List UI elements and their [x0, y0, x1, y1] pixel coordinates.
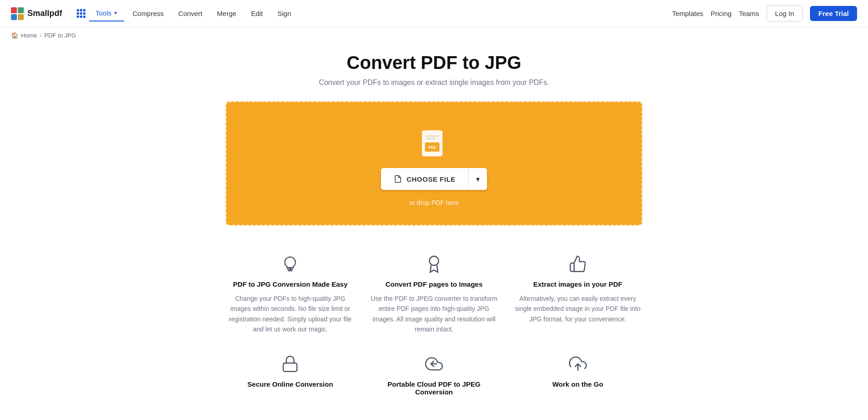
- nav-teams[interactable]: Teams: [739, 10, 759, 17]
- page-subtitle: Convert your PDFs to images or extract s…: [226, 79, 642, 87]
- feature-title-4: Secure Online Conversion: [248, 380, 333, 388]
- breadcrumb-separator: ›: [40, 32, 42, 39]
- thumbsup-icon: [567, 253, 589, 275]
- feature-title-6: Work on the Go: [552, 380, 603, 388]
- free-trial-button[interactable]: Free Trial: [810, 6, 857, 21]
- breadcrumb-home[interactable]: Home: [21, 32, 37, 39]
- feature-work-on-go: Work on the Go: [513, 353, 642, 401]
- lightbulb-icon: [279, 253, 301, 275]
- tools-dropdown-arrow: ▼: [113, 10, 118, 16]
- nav-left: Tools ▼ Compress Convert Merge Edit Sign: [77, 5, 672, 21]
- feature-title-1: PDF to JPG Conversion Made Easy: [233, 280, 348, 288]
- nav-tools[interactable]: Tools ▼: [89, 5, 124, 21]
- breadcrumb-current: PDF to JPG: [44, 32, 76, 39]
- main-content: Convert PDF to JPG Convert your PDFs to …: [215, 43, 653, 420]
- svg-rect-8: [283, 363, 297, 371]
- logo-icon: [11, 7, 24, 20]
- feature-title-3: Extract images in your PDF: [533, 280, 622, 288]
- feature-extract-images: Extract images in your PDF Alternatively…: [513, 253, 642, 335]
- login-button[interactable]: Log In: [767, 5, 803, 21]
- features-grid: PDF to JPG Conversion Made Easy Change y…: [226, 253, 642, 401]
- nav-pricing[interactable]: Pricing: [711, 10, 732, 17]
- nav-edit[interactable]: Edit: [244, 6, 269, 21]
- feature-desc-2: Use the PDF to JPEG converter to transfo…: [370, 294, 499, 335]
- feature-title-5: Portable Cloud PDF to JPEG Conversion: [370, 380, 499, 396]
- header: Smallpdf Tools ▼ Compress Convert Merge …: [0, 0, 868, 27]
- file-icon: [394, 175, 402, 183]
- feature-easy-conversion: PDF to JPG Conversion Made Easy Change y…: [226, 253, 355, 335]
- upload-button-group: CHOOSE FILE ▾: [381, 168, 487, 190]
- nav-compress[interactable]: Compress: [126, 6, 170, 21]
- svg-point-7: [429, 256, 439, 265]
- nav-templates[interactable]: Templates: [672, 10, 703, 17]
- upload-cloud-icon: [567, 353, 589, 375]
- feature-secure-conversion: Secure Online Conversion: [226, 353, 355, 401]
- nav-merge[interactable]: Merge: [211, 6, 243, 21]
- medal-icon: [423, 253, 445, 275]
- feature-desc-1: Change your PDFs to high-quality JPG ima…: [226, 294, 355, 335]
- logo-text: Smallpdf: [27, 9, 62, 18]
- grid-icon: [77, 9, 85, 18]
- logo[interactable]: Smallpdf: [11, 7, 62, 20]
- choose-file-button[interactable]: CHOOSE FILE: [381, 168, 468, 189]
- nav-right: Templates Pricing Teams Log In Free Tria…: [672, 5, 857, 21]
- chevron-down-icon: ▾: [476, 175, 480, 183]
- feature-portable-cloud: Portable Cloud PDF to JPEG Conversion: [370, 353, 499, 401]
- feature-desc-3: Alternatively, you can easily extract ev…: [513, 294, 642, 324]
- breadcrumb: 🏠 Home › PDF to JPG: [0, 27, 868, 43]
- pdf-file-icon: PDF: [421, 130, 447, 159]
- svg-text:PDF: PDF: [428, 145, 437, 150]
- page-title: Convert PDF to JPG: [226, 52, 642, 73]
- nav-convert[interactable]: Convert: [172, 6, 209, 21]
- feature-pages-to-images: Convert PDF pages to Images Use the PDF …: [370, 253, 499, 335]
- drop-text: or drop PDF here: [409, 199, 459, 206]
- upload-area[interactable]: PDF CHOOSE FILE ▾ or drop PDF here: [226, 101, 642, 226]
- nav-sign[interactable]: Sign: [271, 6, 297, 21]
- dropdown-button[interactable]: ▾: [469, 168, 487, 190]
- feature-title-2: Convert PDF pages to Images: [386, 280, 483, 288]
- cloud-icon: [423, 353, 445, 375]
- home-icon: 🏠: [11, 32, 18, 39]
- lock-icon: [279, 353, 301, 375]
